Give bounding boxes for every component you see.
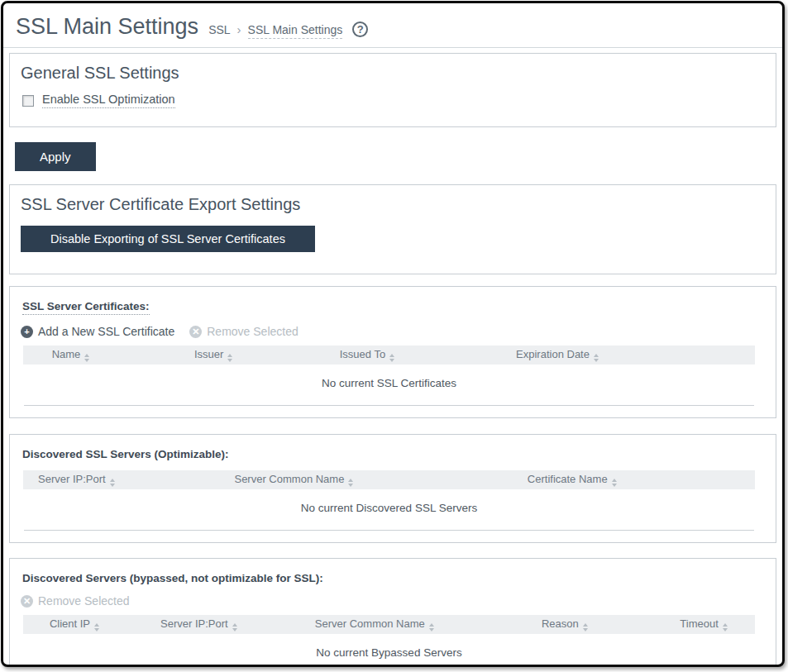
empty-row: No current Bypassed Servers [23, 634, 755, 667]
remove-selected-bypassed-link[interactable]: ✕ Remove Selected [21, 594, 130, 608]
sort-icon [594, 354, 599, 362]
column-header-server-common-name[interactable]: Server Common Name [198, 470, 389, 489]
disable-export-button[interactable]: Disable Exporting of SSL Server Certific… [21, 226, 315, 252]
ssl-server-certificates-panel: SSL Server Certificates: + Add a New SSL… [9, 286, 776, 418]
empty-row: No current Discovered SSL Servers [23, 489, 755, 522]
sort-icon [583, 623, 588, 631]
add-new-ssl-certificate-label: Add a New SSL Certificate [38, 325, 174, 338]
column-header-server-ip-port[interactable]: Server IP:Port [126, 615, 272, 634]
certificates-table: Name Issuer Issued To Expiration Date No… [23, 346, 755, 398]
discovered-ssl-servers-header-row: Server IP:Port Server Common Name Certif… [23, 470, 755, 489]
add-new-ssl-certificate-link[interactable]: + Add a New SSL Certificate [21, 325, 174, 338]
column-header-reason[interactable]: Reason [477, 615, 652, 634]
page-title: SSL Main Settings [16, 14, 198, 40]
spacer [9, 418, 776, 434]
breadcrumb-chevron-icon: › [237, 22, 241, 36]
empty-row: No current SSL Certificates [23, 365, 755, 398]
discovered-bypassed-servers-heading: Discovered Servers (bypassed, not optimi… [22, 572, 323, 584]
page-header: SSL Main Settings SSL › SSL Main Setting… [3, 3, 782, 48]
enable-ssl-optimization-label[interactable]: Enable SSL Optimization [42, 93, 175, 108]
column-header-certificate-name[interactable]: Certificate Name [389, 470, 755, 489]
remove-icon: ✕ [21, 595, 33, 608]
certificate-export-settings-heading: SSL Server Certificate Export Settings [21, 195, 759, 214]
apply-button[interactable]: Apply [15, 142, 96, 171]
sort-icon [429, 623, 434, 631]
discovered-ssl-servers-panel: Discovered SSL Servers (Optimizable): Se… [9, 434, 776, 543]
certificates-table-header-row: Name Issuer Issued To Expiration Date [23, 346, 755, 365]
column-header-issued-to[interactable]: Issued To [308, 346, 426, 365]
spacer [9, 543, 776, 558]
column-header-timeout[interactable]: Timeout [652, 615, 755, 634]
column-header-server-common-name[interactable]: Server Common Name [272, 615, 477, 634]
remove-selected-label: Remove Selected [207, 325, 298, 338]
remove-selected-label: Remove Selected [38, 594, 130, 608]
certificates-empty-message: No current SSL Certificates [23, 365, 755, 398]
general-ssl-settings-heading: General SSL Settings [21, 64, 759, 83]
help-icon[interactable]: ? [352, 21, 368, 37]
sort-icon [612, 479, 617, 487]
spacer [21, 462, 759, 470]
bypassed-servers-header-row: Client IP Server IP:Port Server Common N… [23, 615, 755, 634]
spacer [9, 274, 776, 286]
sort-icon [227, 354, 232, 362]
column-filler [689, 346, 755, 365]
sort-icon [389, 354, 394, 362]
bypassed-servers-empty-message: No current Bypassed Servers [23, 634, 755, 667]
content: General SSL Settings Enable SSL Optimiza… [3, 48, 782, 667]
discovered-bypassed-servers-panel: Discovered Servers (bypassed, not optimi… [9, 558, 776, 667]
column-header-server-ip-port[interactable]: Server IP:Port [23, 470, 198, 489]
ssl-server-certificates-heading: SSL Server Certificates: [22, 300, 150, 315]
bypassed-servers-table: Client IP Server IP:Port Server Common N… [23, 615, 755, 667]
sort-icon [84, 354, 89, 362]
discovered-ssl-servers-heading: Discovered SSL Servers (Optimizable): [22, 448, 229, 460]
column-header-client-ip[interactable]: Client IP [23, 615, 126, 634]
bypassed-actions: ✕ Remove Selected [21, 594, 759, 608]
certificates-actions: + Add a New SSL Certificate ✕ Remove Sel… [21, 325, 759, 338]
general-ssl-settings-panel: General SSL Settings Enable SSL Optimiza… [9, 53, 776, 127]
remove-icon: ✕ [189, 326, 202, 338]
divider [24, 530, 754, 531]
divider [24, 405, 754, 406]
sort-icon [94, 623, 99, 631]
discovered-ssl-servers-table: Server IP:Port Server Common Name Certif… [23, 470, 755, 522]
sort-icon [232, 623, 237, 631]
enable-ssl-optimization-row: Enable SSL Optimization [22, 93, 759, 108]
breadcrumb-current[interactable]: SSL Main Settings [248, 23, 343, 39]
add-icon: + [21, 326, 33, 338]
breadcrumb-link-ssl[interactable]: SSL [208, 23, 230, 36]
breadcrumb: SSL › SSL Main Settings [208, 22, 342, 39]
column-header-name[interactable]: Name [23, 346, 118, 365]
enable-ssl-optimization-checkbox[interactable] [22, 95, 34, 107]
sort-icon [723, 623, 728, 631]
sort-icon [348, 479, 353, 487]
remove-selected-certificates-link[interactable]: ✕ Remove Selected [189, 325, 298, 338]
discovered-ssl-servers-empty-message: No current Discovered SSL Servers [23, 489, 755, 522]
column-header-expiration-date[interactable]: Expiration Date [426, 346, 690, 365]
certificate-export-settings-panel: SSL Server Certificate Export Settings D… [9, 184, 776, 274]
column-header-issuer[interactable]: Issuer [118, 346, 308, 365]
sort-icon [110, 479, 115, 487]
screenshot-frame: SSL Main Settings SSL › SSL Main Setting… [1, 1, 785, 667]
